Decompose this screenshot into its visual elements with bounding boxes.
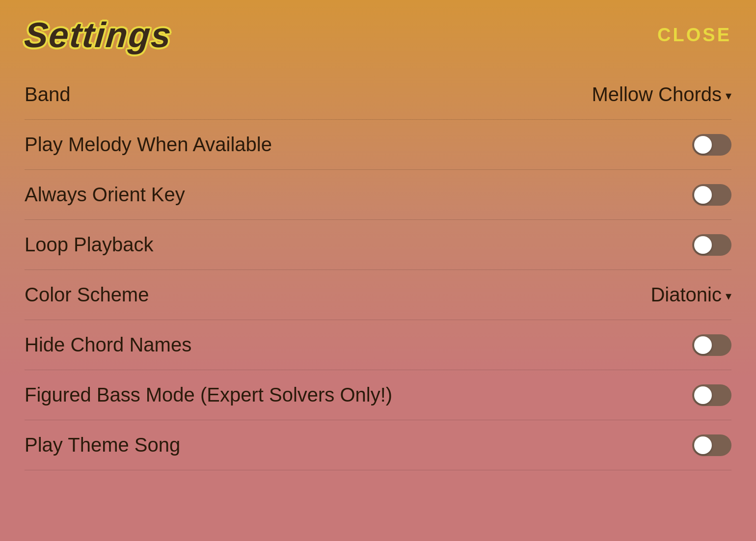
hide-chord-names-label: Hide Chord Names: [25, 334, 191, 356]
play-melody-toggle[interactable]: [692, 134, 731, 156]
band-dropdown[interactable]: Mellow Chords ▾: [592, 83, 731, 106]
loop-playback-row: Loop Playback: [25, 220, 731, 270]
always-orient-key-toggle[interactable]: [692, 184, 731, 206]
figured-bass-mode-toggle-track: [692, 384, 731, 406]
figured-bass-mode-toggle[interactable]: [692, 384, 731, 406]
color-scheme-dropdown[interactable]: Diatonic ▾: [650, 284, 731, 306]
loop-playback-toggle[interactable]: [692, 234, 731, 256]
play-theme-song-toggle[interactable]: [692, 434, 731, 456]
always-orient-key-row: Always Orient Key: [25, 170, 731, 220]
play-melody-label: Play Melody When Available: [25, 134, 272, 156]
figured-bass-mode-toggle-thumb: [694, 386, 712, 404]
hide-chord-names-toggle[interactable]: [692, 334, 731, 356]
play-melody-toggle-track: [692, 134, 731, 156]
hide-chord-names-toggle-track: [692, 334, 731, 356]
play-melody-toggle-thumb: [694, 136, 712, 154]
band-label: Band: [25, 83, 70, 106]
color-scheme-dropdown-arrow: ▾: [726, 289, 731, 303]
play-theme-song-toggle-thumb: [694, 436, 712, 454]
settings-container: Settings CLOSE Band Mellow Chords ▾ Play…: [0, 0, 756, 541]
always-orient-key-toggle-thumb: [694, 186, 712, 204]
figured-bass-mode-row: Figured Bass Mode (Expert Solvers Only!): [25, 370, 731, 420]
play-theme-song-label: Play Theme Song: [25, 434, 180, 456]
color-scheme-value: Diatonic: [650, 284, 722, 306]
hide-chord-names-toggle-thumb: [694, 336, 712, 354]
figured-bass-mode-label: Figured Bass Mode (Expert Solvers Only!): [25, 384, 392, 406]
band-row: Band Mellow Chords ▾: [25, 70, 731, 120]
play-theme-song-row: Play Theme Song: [25, 420, 731, 470]
loop-playback-toggle-thumb: [694, 236, 712, 254]
always-orient-key-toggle-track: [692, 184, 731, 206]
color-scheme-row: Color Scheme Diatonic ▾: [25, 270, 731, 320]
close-button[interactable]: CLOSE: [657, 25, 731, 46]
play-theme-song-toggle-track: [692, 434, 731, 456]
page-title: Settings: [23, 15, 173, 55]
loop-playback-toggle-track: [692, 234, 731, 256]
settings-list: Band Mellow Chords ▾ Play Melody When Av…: [0, 70, 756, 470]
always-orient-key-label: Always Orient Key: [25, 184, 185, 206]
play-melody-row: Play Melody When Available: [25, 120, 731, 170]
loop-playback-label: Loop Playback: [25, 234, 153, 256]
hide-chord-names-row: Hide Chord Names: [25, 320, 731, 370]
color-scheme-label: Color Scheme: [25, 284, 149, 306]
band-value: Mellow Chords: [592, 83, 722, 106]
band-dropdown-arrow: ▾: [726, 89, 731, 103]
header: Settings CLOSE: [0, 0, 756, 70]
